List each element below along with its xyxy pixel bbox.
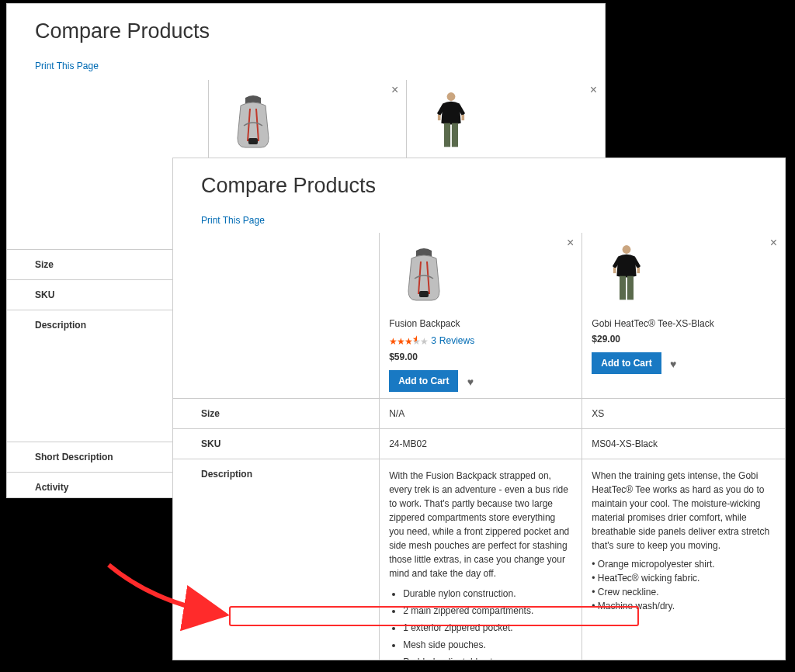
- product-image[interactable]: [592, 239, 661, 309]
- description-bullet: Durable nylon construction.: [403, 587, 572, 601]
- remove-product-icon[interactable]: ×: [590, 83, 597, 97]
- add-to-cart-button[interactable]: Add to Cart: [389, 370, 458, 392]
- svg-rect-5: [452, 123, 458, 147]
- attr-label-description: Description: [173, 459, 380, 661]
- wishlist-heart-icon[interactable]: ♥: [467, 376, 474, 388]
- star-rating-icon: ★★★★★★: [389, 334, 428, 347]
- compare-table-front: × Fusion Backpack ★★★★★★ 3 Reviews: [173, 233, 785, 660]
- product-image[interactable]: [218, 86, 288, 156]
- attr-label-sku: SKU: [173, 429, 380, 459]
- product-image[interactable]: [416, 86, 486, 156]
- page-title: Compare Products: [201, 174, 785, 198]
- reviews-count: 3: [431, 335, 436, 346]
- attr-value: MS04-XS-Black: [582, 429, 785, 459]
- description-bullet: 1 exterior zippered pocket.: [403, 621, 572, 635]
- svg-rect-2: [462, 115, 465, 120]
- remove-product-icon[interactable]: ×: [391, 83, 398, 97]
- print-page-link[interactable]: Print This Page: [201, 215, 265, 226]
- product-column: × Fusion Backpack ★★★★★★ 3 Reviews: [380, 233, 582, 399]
- product-price: $59.00: [389, 352, 572, 362]
- description-bullet: 2 main zippered compartments.: [403, 604, 572, 618]
- product-image[interactable]: [389, 239, 459, 309]
- wishlist-heart-icon[interactable]: ♥: [670, 358, 676, 370]
- remove-product-icon[interactable]: ×: [567, 236, 574, 250]
- product-reviews[interactable]: ★★★★★★ 3 Reviews: [389, 334, 572, 347]
- svg-rect-10: [620, 276, 626, 300]
- svg-rect-0: [248, 138, 258, 144]
- add-to-cart-button[interactable]: Add to Cart: [592, 352, 661, 374]
- description-bullet: Padded, adjustable straps.: [403, 655, 572, 660]
- product-column: × Gobi HeatTec® Tee-XS-Black $29.00: [582, 233, 785, 399]
- print-page-link[interactable]: Print This Page: [35, 61, 99, 71]
- svg-rect-8: [637, 268, 641, 273]
- svg-rect-9: [613, 268, 616, 273]
- attr-label-size: Size: [173, 399, 380, 429]
- svg-rect-3: [438, 115, 441, 120]
- svg-point-7: [623, 245, 631, 254]
- svg-rect-4: [444, 123, 450, 147]
- compare-panel-front: Compare Products Print This Page × Fusio…: [172, 158, 786, 660]
- attr-value: 24-MB02: [380, 429, 582, 459]
- attr-value-description: With the Fusion Backpack strapped on, ev…: [380, 459, 582, 661]
- remove-product-icon[interactable]: ×: [770, 236, 777, 250]
- svg-point-1: [447, 92, 456, 101]
- description-bullet: Mesh side pouches.: [403, 638, 572, 652]
- product-price: $29.00: [592, 334, 776, 345]
- svg-rect-11: [627, 276, 634, 300]
- page-title: Compare Products: [35, 19, 605, 43]
- reviews-word: Reviews: [439, 335, 474, 346]
- product-name[interactable]: Gobi HeatTec® Tee-XS-Black: [592, 318, 776, 329]
- attr-value: XS: [582, 399, 785, 429]
- product-name[interactable]: Fusion Backpack: [389, 318, 572, 329]
- attr-value-description: When the training gets intense, the Gobi…: [582, 459, 785, 661]
- svg-rect-6: [419, 291, 429, 297]
- attr-value: N/A: [380, 399, 582, 429]
